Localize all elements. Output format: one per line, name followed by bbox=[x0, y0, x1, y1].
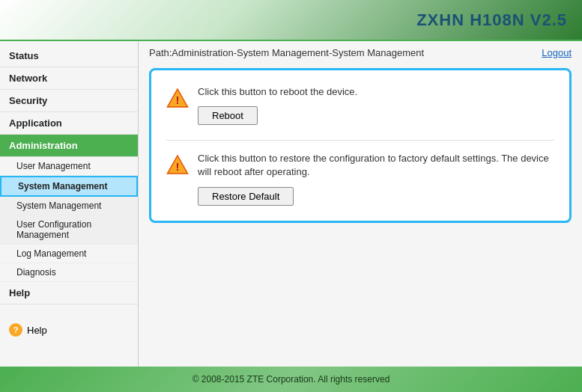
path-bar: Path:Administration-System Management-Sy… bbox=[139, 41, 582, 64]
sidebar-item-application[interactable]: Application bbox=[0, 112, 138, 135]
reboot-description: Click this button to reboot the device. bbox=[198, 85, 554, 99]
reboot-button[interactable]: Reboot bbox=[198, 106, 258, 125]
sidebar-item-help[interactable]: Help bbox=[0, 282, 138, 304]
breadcrumb: Path:Administration-System Management-Sy… bbox=[149, 47, 424, 58]
sidebar-item-user-management[interactable]: User Management bbox=[0, 157, 138, 176]
sidebar-item-system-management-1[interactable]: System Management bbox=[0, 176, 138, 197]
help-section: ? Help bbox=[0, 316, 138, 344]
divider bbox=[166, 140, 554, 141]
app-title: ZXHN H108N V2.5 bbox=[416, 10, 567, 30]
logout-link[interactable]: Logout bbox=[542, 47, 572, 58]
svg-text:!: ! bbox=[176, 160, 180, 173]
warning-icon-restore: ! bbox=[166, 153, 189, 176]
footer: © 2008-2015 ZTE Corporation. All rights … bbox=[0, 367, 582, 392]
footer-text: © 2008-2015 ZTE Corporation. All rights … bbox=[193, 374, 390, 385]
restore-description: Click this button to restore the configu… bbox=[198, 152, 554, 179]
sidebar-item-network[interactable]: Network bbox=[0, 67, 138, 90]
sidebar-item-log-management[interactable]: Log Management bbox=[0, 245, 138, 263]
restore-row: ! Click this button to restore the confi… bbox=[166, 152, 554, 205]
sidebar-item-security[interactable]: Security bbox=[0, 90, 138, 112]
sidebar-item-system-management-2[interactable]: System Management bbox=[0, 197, 138, 215]
sidebar-item-user-config-mgmt[interactable]: User Configuration Management bbox=[0, 215, 138, 245]
restore-default-button[interactable]: Restore Default bbox=[198, 187, 294, 206]
main-card: ! Click this button to reboot the device… bbox=[149, 68, 572, 223]
sidebar-item-administration[interactable]: Administration bbox=[0, 135, 138, 157]
help-label: Help bbox=[27, 325, 47, 336]
sidebar-item-diagnosis[interactable]: Diagnosis bbox=[0, 263, 138, 282]
svg-text:!: ! bbox=[176, 94, 180, 106]
sidebar: Status Network Security Application Admi… bbox=[0, 41, 139, 367]
reboot-text-block: Click this button to reboot the device. … bbox=[198, 85, 554, 125]
reboot-row: ! Click this button to reboot the device… bbox=[166, 85, 554, 125]
header: ZXHN H108N V2.5 bbox=[0, 0, 582, 41]
sidebar-item-status[interactable]: Status bbox=[0, 45, 138, 67]
warning-icon-reboot: ! bbox=[166, 87, 189, 109]
help-icon[interactable]: ? bbox=[9, 323, 22, 337]
main-content: Path:Administration-System Management-Sy… bbox=[139, 41, 582, 367]
restore-text-block: Click this button to restore the configu… bbox=[198, 152, 554, 205]
